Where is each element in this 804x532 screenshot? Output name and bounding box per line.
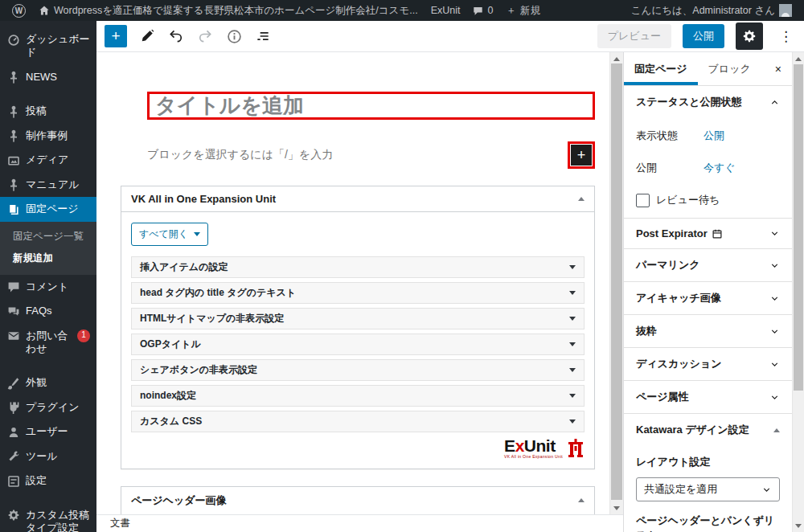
edit-mode-pencil-icon[interactable] bbox=[138, 27, 156, 45]
katawara-panel-header[interactable]: Katawara デザイン設定 bbox=[624, 413, 792, 446]
accordion-insert-items[interactable]: 挿入アイテムの設定 bbox=[131, 256, 585, 278]
chevron-down-icon bbox=[569, 317, 576, 324]
settings-tabs: 固定ページ ブロック × bbox=[624, 52, 792, 86]
redo-icon[interactable] bbox=[196, 27, 214, 45]
contact-count-badge: 1 bbox=[77, 329, 90, 342]
accordion-custom-css[interactable]: カスタム CSS bbox=[131, 411, 585, 432]
collapse-triangle-icon bbox=[578, 194, 585, 201]
accordion-share-buttons[interactable]: シェアボタンの非表示設定 bbox=[131, 359, 585, 381]
exunit-tagline: VK All in One Expansion Unit bbox=[504, 454, 563, 459]
avatar bbox=[779, 4, 792, 17]
tab-block[interactable]: ブロック bbox=[698, 52, 761, 85]
panel-excerpt[interactable]: 抜粋 bbox=[624, 314, 792, 347]
comments-link[interactable]: 0 bbox=[469, 5, 497, 16]
accordion-ogp-title[interactable]: OGPタイトル bbox=[131, 334, 585, 355]
sidebar-item-news[interactable]: NEWS bbox=[0, 65, 96, 90]
settings-scrollbar[interactable] bbox=[792, 52, 804, 532]
scroll-down-arrow[interactable] bbox=[610, 502, 623, 514]
more-options-kebab-icon[interactable]: ⋮ bbox=[774, 28, 798, 45]
submenu-pages-list[interactable]: 固定ページ一覧 bbox=[0, 226, 96, 248]
plus-icon: ＋ bbox=[506, 4, 516, 18]
vk-metabox-header[interactable]: VK All in One Expansion Unit bbox=[121, 186, 594, 212]
pageheader-breadcrumb-label: ページヘッダーとパンくずリスト bbox=[636, 514, 780, 532]
brush-icon bbox=[7, 377, 20, 390]
sidebar-item-manual[interactable]: マニュアル bbox=[0, 173, 96, 198]
panel-featured-image[interactable]: アイキャッチ画像 bbox=[624, 281, 792, 314]
calendar-icon bbox=[712, 228, 723, 239]
undo-icon[interactable] bbox=[167, 27, 185, 45]
scroll-up-arrow[interactable] bbox=[793, 53, 804, 64]
panel-discussion[interactable]: ディスカッション bbox=[624, 347, 792, 380]
sidebar-item-users[interactable]: ユーザー bbox=[0, 419, 96, 444]
publish-date-label: 公開 bbox=[636, 161, 704, 175]
close-settings-icon[interactable]: × bbox=[765, 52, 792, 85]
publish-date-value-link[interactable]: 今すぐ bbox=[704, 161, 736, 175]
tab-page[interactable]: 固定ページ bbox=[624, 52, 698, 85]
sidebar-item-media[interactable]: メディア bbox=[0, 148, 96, 173]
breadcrumb-document[interactable]: 文書 bbox=[110, 517, 130, 530]
sidebar-item-plugins[interactable]: プラグイン bbox=[0, 395, 96, 420]
collapse-triangle-icon bbox=[773, 425, 780, 432]
chevron-down-icon bbox=[569, 291, 576, 298]
sidebar-item-settings[interactable]: 設定 bbox=[0, 469, 96, 493]
admin-bar: W Wordpressを適正価格で提案する長野県松本市のホームページ制作会社/コ… bbox=[0, 0, 804, 21]
list-view-icon[interactable] bbox=[254, 27, 272, 45]
preview-button[interactable]: プレビュー bbox=[597, 24, 671, 48]
pin-icon bbox=[7, 129, 20, 142]
editor-scrollbar[interactable] bbox=[609, 52, 623, 514]
account-menu[interactable]: こんにちは、Administrator さん bbox=[627, 4, 796, 18]
pin-icon bbox=[7, 105, 20, 118]
scrollbar-thumb[interactable] bbox=[611, 63, 622, 500]
pending-review-checkbox[interactable] bbox=[636, 194, 650, 207]
block-placeholder-input[interactable]: ブロックを選択するには「/」を入力 bbox=[147, 148, 333, 162]
scrollbar-thumb[interactable] bbox=[794, 64, 803, 391]
new-label: 新規 bbox=[520, 4, 540, 18]
chevron-down-icon bbox=[569, 419, 576, 427]
pages-submenu: 固定ページ一覧 新規追加 bbox=[0, 222, 96, 275]
dashboard-icon bbox=[7, 34, 20, 47]
open-all-button[interactable]: すべて開く bbox=[131, 223, 208, 246]
site-link[interactable]: Wordpressを適正価格で提案する長野県松本市のホームページ制作会社/コスモ… bbox=[35, 4, 422, 18]
sidebar-item-dashboard[interactable]: ダッシュボード bbox=[0, 27, 96, 65]
status-panel-header[interactable]: ステータスと公開状態 bbox=[624, 86, 792, 118]
new-content-link[interactable]: ＋ 新規 bbox=[502, 4, 544, 18]
wordpress-logo-menu[interactable]: W bbox=[8, 4, 30, 18]
user-icon bbox=[7, 426, 20, 439]
chevron-down-icon bbox=[569, 394, 576, 401]
block-inserter-toggle[interactable]: + bbox=[105, 25, 127, 47]
menu-separator bbox=[0, 493, 96, 503]
sidebar-item-posts[interactable]: 投稿 bbox=[0, 99, 96, 124]
sidebar-item-works[interactable]: 制作事例 bbox=[0, 124, 96, 149]
editor-area: タイトルを追加 ブロックを選択するには「/」を入力 + bbox=[96, 52, 623, 532]
vk-exunit-metabox: VK All in One Expansion Unit すべて開く bbox=[121, 186, 595, 469]
home-icon bbox=[39, 5, 50, 16]
sidebar-item-appearance[interactable]: 外観 bbox=[0, 370, 96, 395]
block-inserter-button[interactable]: + bbox=[571, 145, 592, 166]
sidebar-item-faqs[interactable]: FAQs bbox=[0, 299, 96, 324]
greeting-text: こんにちは、Administrator さん bbox=[631, 4, 775, 18]
visibility-label: 表示状態 bbox=[636, 129, 704, 143]
exunit-admin-link[interactable]: ExUnit bbox=[427, 5, 465, 16]
accordion-html-sitemap[interactable]: HTMLサイトマップの非表示設定 bbox=[131, 308, 585, 329]
accordion-title-tag[interactable]: head タグ内の title タグのテキスト bbox=[131, 282, 585, 304]
accordion-noindex[interactable]: noindex設定 bbox=[131, 385, 585, 407]
page-header-image-header[interactable]: ページヘッダー画像 bbox=[121, 487, 594, 514]
editor-toolbar: + プレビュー 公開 bbox=[96, 21, 804, 52]
publish-button[interactable]: 公開 bbox=[683, 24, 724, 48]
settings-gear-button[interactable] bbox=[736, 23, 763, 50]
sidebar-item-pages[interactable]: 固定ページ bbox=[0, 197, 96, 222]
info-icon[interactable] bbox=[225, 27, 243, 45]
scroll-up-arrow[interactable] bbox=[610, 53, 623, 64]
visibility-value-link[interactable]: 公開 bbox=[704, 129, 724, 143]
sidebar-item-contact[interactable]: お問い合わせ 1 bbox=[0, 324, 96, 362]
panel-post-expirator[interactable]: Post Expirator bbox=[624, 218, 792, 248]
post-title-input[interactable]: タイトルを追加 bbox=[155, 92, 304, 120]
panel-page-attributes[interactable]: ページ属性 bbox=[624, 380, 792, 413]
layout-select[interactable]: 共通設定を適用 bbox=[636, 477, 780, 501]
sidebar-item-tools[interactable]: ツール bbox=[0, 444, 96, 469]
submenu-add-new[interactable]: 新規追加 bbox=[0, 248, 96, 269]
sidebar-item-custom-post-type[interactable]: カスタム投稿タイプ設定 bbox=[0, 503, 96, 532]
sidebar-item-comments[interactable]: コメント bbox=[0, 275, 96, 300]
scroll-down-arrow[interactable] bbox=[793, 520, 804, 531]
panel-permalink[interactable]: パーマリンク bbox=[624, 248, 792, 281]
